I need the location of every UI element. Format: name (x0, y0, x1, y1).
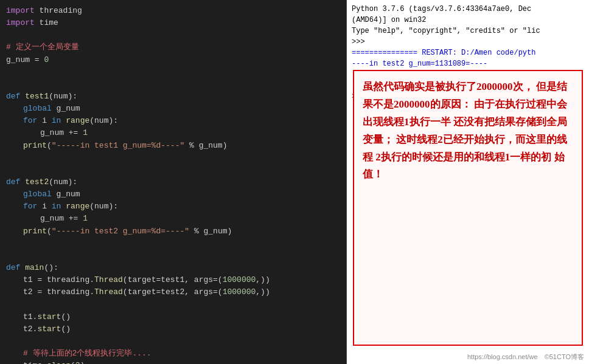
watermark-left: https://blog.csdn.net/we (467, 353, 538, 360)
explanation-text: 虽然代码确实是被执行了2000000次， 但是结果不是2000000的原因： 由… (363, 81, 567, 180)
watermark-right: ©51CTO博客 (545, 353, 584, 360)
platform-line: (AMD64)] on win32 (352, 15, 584, 26)
output-test2: ----in test2 g_num=1131089=---- (352, 58, 584, 69)
watermark: https://blog.csdn.net/we ©51CTO博客 (467, 352, 584, 362)
restart-separator: =============== RESTART: D:/Amen code/py… (352, 47, 584, 58)
python-version-line: Python 3.7.6 (tags/v3.7.6:43364a7ae0, De… (352, 4, 584, 15)
help-line: Type "help", "copyright", "credits" or "… (352, 26, 584, 36)
code-panel: import threading import time # 定义一个全局变量 … (0, 0, 347, 364)
prompt-line-1: >>> (352, 36, 584, 47)
output-panel: Python 3.7.6 (tags/v3.7.6:43364a7ae0, De… (347, 0, 589, 364)
explanation-overlay: 虽然代码确实是被执行了2000000次， 但是结果不是2000000的原因： 由… (353, 70, 583, 346)
code-content: import threading import time # 定义一个全局变量 … (6, 5, 340, 364)
